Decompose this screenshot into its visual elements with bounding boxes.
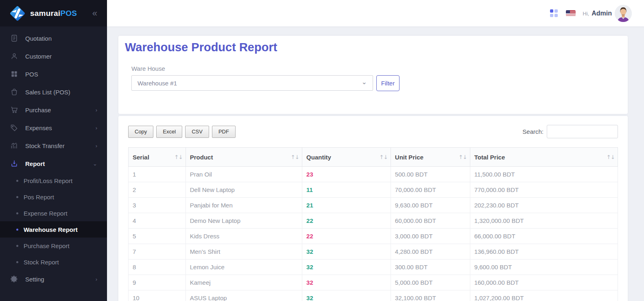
copy-export-button[interactable]: Copy: [128, 126, 153, 138]
cell-serial: 4: [129, 213, 186, 229]
sidebar-subitem-stock-report[interactable]: Stock Report: [0, 254, 107, 270]
column-header-quantity[interactable]: Quantity↑↓: [302, 148, 391, 167]
search-input[interactable]: [547, 125, 618, 138]
sidebar-collapse-icon[interactable]: «: [92, 9, 97, 18]
cell-quantity: 21: [302, 198, 391, 213]
column-header-label: Serial: [133, 154, 149, 161]
cell-unit-price: 300.00 BDT: [391, 260, 470, 275]
sidebar-subitem-warehouse-report[interactable]: Warehouse Report: [0, 221, 107, 238]
sidebar-item-pos[interactable]: POS: [0, 65, 107, 83]
chevron-right-icon: ›: [96, 125, 97, 131]
cell-product: Men's Shirt: [186, 244, 302, 260]
cell-product: Lemon Juice: [186, 260, 302, 275]
cell-quantity: 32: [302, 244, 391, 260]
cell-quantity: 23: [302, 167, 391, 182]
table-row: 9Kameej325,000.00 BDT160,000.00 BDT: [129, 275, 618, 290]
table-row: 10ASUS Laptop3232,100.00 BDT1,027,200.00…: [129, 290, 618, 301]
excel-export-button[interactable]: Excel: [156, 126, 182, 138]
cell-product: Dell New Laptop: [186, 182, 302, 198]
warehouse-field-label: Ware House: [131, 65, 615, 72]
warehouse-select[interactable]: Warehouse #1 ⌄: [131, 75, 373, 91]
page-title: Warehouse Product Report: [125, 40, 621, 55]
cell-serial: 3: [129, 198, 186, 213]
sidebar-subitem-purchase-report[interactable]: Purchase Report: [0, 238, 107, 254]
cell-quantity: 32: [302, 290, 391, 301]
bullet-dot-icon: [16, 180, 18, 182]
sidebar-item-expenses[interactable]: Expenses›: [0, 119, 107, 137]
sidebar-item-quotation[interactable]: Quotation: [0, 29, 107, 47]
cell-quantity: 22: [302, 213, 391, 229]
sidebar-subitem-label: Stock Report: [24, 259, 59, 266]
sidebar-menu: QuotationCustomerPOSSales List (POS)Purc…: [0, 26, 107, 288]
column-header-serial[interactable]: Serial↑↓: [129, 148, 186, 167]
cell-quantity: 32: [302, 260, 391, 275]
sales-list-icon: [10, 87, 19, 96]
cell-total-price: 9,600.00 BDT: [470, 260, 618, 275]
csv-export-button[interactable]: CSV: [185, 126, 209, 138]
pdf-export-button[interactable]: PDF: [212, 126, 236, 138]
sidebar-subitem-profit-loss-report[interactable]: Profit/Loss Report: [0, 172, 107, 189]
cell-serial: 1: [129, 167, 186, 182]
column-header-product[interactable]: Product↑↓: [186, 148, 302, 167]
cell-product: Pran Oil: [186, 167, 302, 182]
chevron-down-icon: ⌄: [93, 161, 97, 167]
sidebar-item-customer[interactable]: Customer: [0, 47, 107, 65]
sidebar-subitem-label: Profit/Loss Report: [24, 177, 72, 184]
top-header: Hi, Admin: [107, 0, 644, 26]
table-row: 4Demo New Laptop2260,000.00 BDT1,320,000…: [129, 213, 618, 229]
cell-total-price: 1,027,200.00 BDT: [470, 290, 618, 301]
pos-icon: [10, 70, 19, 79]
sidebar-item-sales-list-pos[interactable]: Sales List (POS): [0, 83, 107, 101]
column-header-unit-price[interactable]: Unit Price↑↓: [391, 148, 470, 167]
chevron-right-icon: ›: [96, 276, 97, 282]
cell-quantity: 11: [302, 182, 391, 198]
cell-unit-price: 70,000.00 BDT: [391, 182, 470, 198]
cell-unit-price: 9,630.00 BDT: [391, 198, 470, 213]
username: Admin: [592, 10, 612, 17]
column-header-total-price[interactable]: Total Price↑↓: [470, 148, 618, 167]
cell-total-price: 11,500.00 BDT: [470, 167, 618, 182]
table-row: 1Pran Oil23500.00 BDT11,500.00 BDT: [129, 167, 618, 182]
greeting: Hi, Admin: [583, 10, 612, 17]
greeting-hi: Hi,: [583, 11, 589, 17]
sidebar-subitem-label: Expense Report: [24, 210, 68, 217]
expenses-icon: [10, 123, 19, 132]
cell-total-price: 136,960.00 BDT: [470, 244, 618, 260]
sidebar-item-purchase[interactable]: Purchase›: [0, 101, 107, 119]
cell-total-price: 160,000.00 BDT: [470, 275, 618, 290]
setting-icon: [10, 275, 19, 284]
sidebar-subitem-pos-report[interactable]: Pos Report: [0, 189, 107, 205]
table-toolbar: CopyExcelCSVPDF Search:: [128, 125, 618, 138]
quotation-icon: [10, 34, 19, 43]
sidebar-item-report[interactable]: Report⌄: [0, 155, 107, 172]
sidebar-item-label: POS: [25, 71, 38, 78]
language-flag-icon[interactable]: [566, 10, 576, 16]
table-row: 7Men's Shirt324,280.00 BDT136,960.00 BDT: [129, 244, 618, 260]
column-header-label: Unit Price: [395, 154, 424, 161]
column-header-label: Product: [190, 154, 213, 161]
cell-unit-price: 5,000.00 BDT: [391, 275, 470, 290]
user-avatar[interactable]: [615, 5, 632, 22]
cell-product: Panjabi for Men: [186, 198, 302, 213]
cell-quantity: 32: [302, 275, 391, 290]
filter-button[interactable]: Filter: [376, 75, 399, 91]
sidebar: samuraiPOS « QuotationCustomerPOSSales L…: [0, 0, 107, 301]
column-header-label: Quantity: [306, 154, 331, 161]
table-row: 3Panjabi for Men219,630.00 BDT202,230.00…: [129, 198, 618, 213]
cell-serial: 2: [129, 182, 186, 198]
cell-serial: 9: [129, 275, 186, 290]
sidebar-subitem-expense-report[interactable]: Expense Report: [0, 205, 107, 221]
sidebar-item-setting[interactable]: Setting›: [0, 270, 107, 288]
cell-quantity: 22: [302, 229, 391, 244]
sort-icon: ↑↓: [458, 154, 467, 160]
sort-icon: ↑↓: [174, 154, 183, 160]
cell-total-price: 202,230.00 BDT: [470, 198, 618, 213]
sidebar-item-stock-transfer[interactable]: Stock Transfer›: [0, 137, 107, 155]
purchase-icon: [10, 105, 19, 114]
cell-total-price: 66,000.00 BDT: [470, 229, 618, 244]
report-icon: [10, 159, 19, 168]
sort-icon: ↑↓: [606, 154, 615, 160]
sidebar-subitem-label: Pos Report: [24, 194, 54, 201]
main-content: Warehouse Product Report Ware House Ware…: [107, 26, 644, 301]
apps-grid-icon[interactable]: [550, 9, 558, 17]
